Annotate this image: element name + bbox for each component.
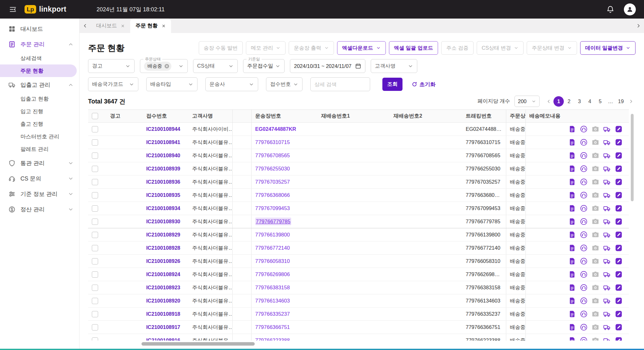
vertical-scrollbar[interactable] bbox=[631, 114, 634, 201]
edit-memo-button[interactable] bbox=[615, 218, 623, 225]
receipt-no-filter[interactable]: 접수번호 bbox=[266, 77, 303, 91]
edit-memo-button[interactable] bbox=[615, 125, 623, 133]
row-checkbox[interactable] bbox=[92, 192, 98, 198]
receipt-number-link[interactable]: IC2100108924 bbox=[146, 271, 180, 277]
pagination-prev-button[interactable] bbox=[544, 96, 553, 107]
tab-scroll-right-button[interactable] bbox=[633, 19, 644, 33]
calendar-icon[interactable] bbox=[355, 63, 361, 69]
country-code-filter[interactable]: 배송국가코드 bbox=[88, 77, 138, 91]
delivery-tracking-button[interactable] bbox=[603, 336, 611, 341]
delivery-tracking-button[interactable] bbox=[603, 284, 611, 292]
sidebar-item-order-status[interactable]: 주문 현황 bbox=[0, 64, 77, 77]
reset-button[interactable]: 초기화 bbox=[410, 81, 437, 88]
sidebar-item-inout-status[interactable]: 입출고 현황 bbox=[0, 92, 79, 105]
waybill-number-link[interactable]: 779767099453 bbox=[255, 205, 290, 211]
photo-button[interactable] bbox=[591, 336, 599, 341]
edit-memo-button[interactable] bbox=[615, 191, 623, 199]
tab-scroll-left-button[interactable] bbox=[80, 19, 91, 33]
cs-inquiry-button[interactable] bbox=[580, 310, 588, 318]
cs-inquiry-button[interactable] bbox=[580, 297, 588, 305]
pagination-page-2[interactable]: 2 bbox=[564, 96, 574, 107]
sidebar-item-dashboard[interactable]: 대시보드 bbox=[0, 21, 79, 36]
invoice-document-button[interactable] bbox=[568, 231, 576, 239]
edit-memo-button[interactable] bbox=[615, 152, 623, 159]
invoice-document-button[interactable] bbox=[568, 297, 576, 305]
horizontal-scrollbar[interactable] bbox=[88, 342, 636, 346]
cs-inquiry-button[interactable] bbox=[580, 231, 588, 239]
row-checkbox[interactable] bbox=[92, 324, 98, 331]
invoice-document-button[interactable] bbox=[568, 204, 576, 212]
row-checkbox[interactable] bbox=[92, 219, 98, 225]
waybill-print-button[interactable]: 운송장 출력 bbox=[289, 41, 334, 55]
carrier-filter[interactable]: 운송사 bbox=[205, 77, 258, 91]
notifications-button[interactable] bbox=[606, 5, 615, 14]
edit-memo-button[interactable] bbox=[615, 336, 623, 341]
receipt-number-link[interactable]: IC2100108934 bbox=[146, 205, 180, 211]
photo-button[interactable] bbox=[591, 152, 599, 159]
edit-memo-button[interactable] bbox=[615, 138, 623, 146]
select-all-checkbox[interactable] bbox=[92, 113, 98, 119]
waybill-number-link[interactable]: 779766708565 bbox=[255, 153, 290, 158]
receipt-number-link[interactable]: IC2100108936 bbox=[146, 179, 180, 185]
waybill-number-link[interactable]: 779766269806 bbox=[255, 271, 290, 277]
sidebar-item-order-management[interactable]: 주문 관리 bbox=[0, 36, 79, 52]
row-checkbox[interactable] bbox=[92, 205, 98, 212]
row-checkbox[interactable] bbox=[92, 285, 98, 291]
edit-memo-button[interactable] bbox=[615, 323, 623, 331]
photo-button[interactable] bbox=[591, 323, 599, 331]
receipt-number-link[interactable]: IC2100108940 bbox=[146, 153, 180, 158]
delivery-tracking-button[interactable] bbox=[603, 165, 611, 173]
manual-invoice-button[interactable]: 송장 수동 발번 bbox=[199, 41, 243, 55]
edit-memo-button[interactable] bbox=[615, 178, 623, 186]
invoice-document-button[interactable] bbox=[568, 270, 576, 278]
receipt-number-link[interactable]: IC2100108944 bbox=[146, 126, 180, 132]
close-icon[interactable] bbox=[121, 24, 125, 28]
pagination-page-1[interactable]: 1 bbox=[553, 96, 564, 107]
delivery-tracking-button[interactable] bbox=[603, 257, 611, 265]
cs-status-filter[interactable]: CS상태 bbox=[193, 59, 238, 73]
photo-button[interactable] bbox=[591, 138, 599, 146]
cs-inquiry-button[interactable] bbox=[580, 138, 588, 146]
warning-filter[interactable]: 경고 bbox=[88, 59, 135, 73]
delivery-tracking-button[interactable] bbox=[603, 218, 611, 225]
cs-inquiry-button[interactable] bbox=[580, 244, 588, 252]
pagination-page-4[interactable]: 4 bbox=[585, 96, 595, 107]
cs-inquiry-button[interactable] bbox=[580, 165, 588, 173]
tab-dashboard[interactable]: 대시보드 bbox=[91, 19, 130, 33]
waybill-number-link[interactable]: 779766383158 bbox=[255, 285, 290, 290]
delivery-tracking-button[interactable] bbox=[603, 297, 611, 305]
cs-inquiry-button[interactable] bbox=[580, 257, 588, 265]
excel-download-button[interactable]: 엑셀다운로드 bbox=[337, 41, 386, 55]
cs-inquiry-button[interactable] bbox=[580, 336, 588, 341]
sidebar-item-inout-management[interactable]: 입출고 관리 bbox=[0, 77, 79, 92]
photo-button[interactable] bbox=[591, 231, 599, 239]
delivery-type-filter[interactable]: 배송타입 bbox=[146, 77, 197, 91]
sidebar-item-detail-search[interactable]: 상세검색 bbox=[0, 52, 79, 64]
row-checkbox[interactable] bbox=[92, 153, 98, 159]
photo-button[interactable] bbox=[591, 257, 599, 265]
cs-inquiry-button[interactable] bbox=[580, 284, 588, 292]
sidebar-item-pallet-management[interactable]: 팔레트 관리 bbox=[0, 143, 79, 155]
row-checkbox[interactable] bbox=[92, 166, 98, 172]
delivery-tracking-button[interactable] bbox=[603, 323, 611, 331]
invoice-document-button[interactable] bbox=[568, 244, 576, 252]
sidebar-item-cs-inquiry[interactable]: CS 문의 bbox=[0, 171, 79, 186]
waybill-number-link[interactable]: 779767035257 bbox=[255, 179, 290, 185]
photo-button[interactable] bbox=[591, 310, 599, 318]
photo-button[interactable] bbox=[591, 284, 599, 292]
invoice-document-button[interactable] bbox=[568, 178, 576, 186]
receipt-number-link[interactable]: IC2100108916 bbox=[146, 337, 180, 341]
waybill-number-link[interactable]: 779766772140 bbox=[255, 245, 290, 251]
photo-button[interactable] bbox=[591, 125, 599, 133]
photo-button[interactable] bbox=[591, 204, 599, 212]
pagination-page-5[interactable]: 5 bbox=[595, 96, 605, 107]
photo-button[interactable] bbox=[591, 191, 599, 199]
receipt-number-link[interactable]: IC2100108935 bbox=[146, 192, 180, 198]
per-page-select[interactable]: 200 bbox=[514, 96, 540, 107]
row-checkbox[interactable] bbox=[92, 232, 98, 238]
edit-memo-button[interactable] bbox=[615, 257, 623, 265]
photo-button[interactable] bbox=[591, 244, 599, 252]
order-status-change-button[interactable]: 주문상태 변경 bbox=[527, 41, 577, 55]
horizontal-scrollbar-thumb[interactable] bbox=[142, 342, 255, 346]
edit-memo-button[interactable] bbox=[615, 165, 623, 173]
